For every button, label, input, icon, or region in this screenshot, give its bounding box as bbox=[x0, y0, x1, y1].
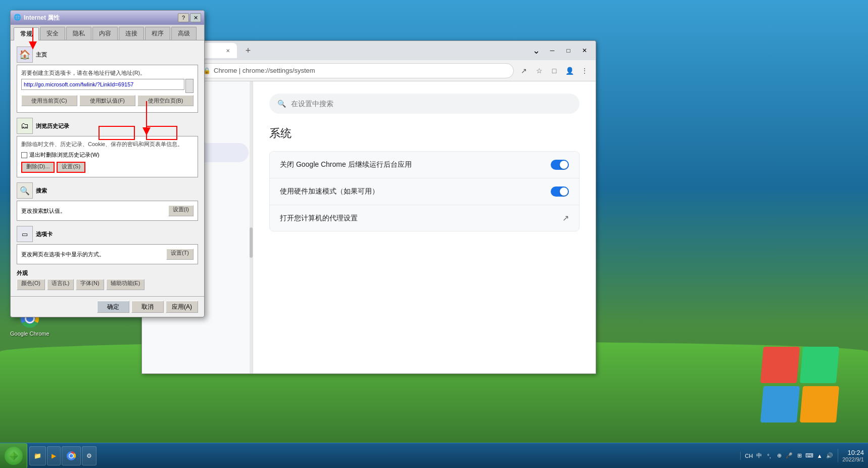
ie-history-checkbox[interactable] bbox=[21, 152, 27, 158]
ie-homepage-section: 若要创建主页选项卡，请在各地址行键入地址(R)。 使用当前页(C) 使用默认值(… bbox=[17, 65, 198, 113]
chrome-new-tab-button[interactable]: + bbox=[241, 43, 255, 58]
proxy-label: 打开您计算机的代理设置 bbox=[280, 214, 358, 223]
ie-use-current-btn[interactable]: 使用当前页(C) bbox=[21, 95, 77, 106]
taskbar-item-explorer[interactable]: 📁 bbox=[29, 446, 46, 465]
ie-use-default-btn[interactable]: 使用默认值(F) bbox=[79, 95, 135, 106]
chrome-minimize-button[interactable]: ─ bbox=[545, 45, 559, 56]
chrome-taskbar-icon bbox=[66, 451, 76, 461]
ie-delete-btn[interactable]: 删除(D)... bbox=[21, 162, 55, 173]
system-tray: CH 中 °, ⊕ 🎤 ⊞ ⌨ ▲ 🔊 bbox=[740, 452, 838, 460]
ie-homepage-buttons: 使用当前页(C) 使用默认值(F) 使用空白页(B) bbox=[21, 95, 194, 106]
ie-tab-privacy[interactable]: 隐私 bbox=[66, 27, 91, 40]
chrome-window-controls: ⌄ ─ □ ✕ bbox=[529, 45, 592, 56]
ie-tab-general[interactable]: 常规 bbox=[14, 27, 39, 40]
ie-search-settings-btn[interactable]: 设置(I) bbox=[168, 205, 194, 216]
ie-tabs: 常规 安全 隐私 内容 连接 程序 高级 bbox=[11, 25, 204, 40]
tray-keyboard-icon[interactable]: ⌨ bbox=[805, 452, 813, 460]
chrome-tab-close[interactable]: ✕ bbox=[224, 46, 232, 55]
ie-use-blank-btn[interactable]: 使用空白页(B) bbox=[137, 95, 194, 106]
background-run-toggle[interactable] bbox=[551, 160, 569, 170]
taskbar-item-controlpanel[interactable]: ⚙ bbox=[82, 446, 97, 465]
tray-zh-icon[interactable]: 中 bbox=[755, 452, 763, 460]
ie-tabs-icon-box: ▭ bbox=[17, 226, 33, 242]
taskbar: 📁 ▶ ⚙ CH 中 °, bbox=[0, 443, 868, 468]
ie-titlebar: 🌐 Internet 属性 ? ✕ bbox=[11, 11, 204, 25]
ie-dialog: 🌐 Internet 属性 ? ✕ 常规 安全 隐私 内容 连接 程序 高级 🏠… bbox=[10, 10, 205, 317]
taskbar-item-chrome[interactable] bbox=[62, 446, 81, 465]
ie-appearance-label: 外观 bbox=[17, 269, 198, 277]
ie-tab-connection[interactable]: 连接 bbox=[119, 27, 144, 40]
chrome-close-button[interactable]: ✕ bbox=[577, 45, 592, 56]
ie-apply-button[interactable]: 应用(A) bbox=[166, 301, 198, 313]
ie-window-buttons: ? ✕ bbox=[178, 13, 201, 22]
settings-search-bar[interactable]: 🔍 bbox=[269, 93, 580, 114]
ie-tab-content[interactable]: 内容 bbox=[92, 27, 118, 40]
ie-close-button[interactable]: ✕ bbox=[190, 13, 201, 22]
address-url: Chrome | chrome://settings/system bbox=[214, 67, 508, 74]
sidebar-scrollbar[interactable] bbox=[250, 81, 253, 373]
ie-history-settings-btn[interactable]: 设置(S) bbox=[57, 162, 85, 173]
desktop: Google Chrome ⚙ 设置 ✕ + ⌄ ─ □ ✕ ← → ↻ bbox=[0, 0, 868, 468]
settings-main: 🔍 系统 关闭 Google Chrome 后继续运行后台应用 bbox=[253, 81, 596, 373]
bookmark-button[interactable]: ☆ bbox=[532, 64, 546, 78]
ie-language-btn[interactable]: 语言(L) bbox=[47, 279, 74, 290]
ie-history-icon: 🗂 bbox=[17, 118, 33, 134]
chrome-titlebar: ⚙ 设置 ✕ + ⌄ ─ □ ✕ bbox=[142, 41, 596, 60]
clock[interactable]: 10:24 2022/9/1 bbox=[838, 449, 868, 462]
ie-accessibility-btn[interactable]: 辅助功能(E) bbox=[106, 279, 145, 290]
tray-mic-icon[interactable]: 🎤 bbox=[785, 452, 793, 460]
explorer-icon: 📁 bbox=[34, 452, 41, 459]
settings-section-title: 系统 bbox=[269, 126, 580, 141]
tray-grid-icon[interactable]: ⊞ bbox=[795, 452, 803, 460]
ie-tabs-section-label: 选项卡 bbox=[36, 230, 53, 238]
start-button[interactable] bbox=[0, 443, 27, 469]
ie-history-section-label: 浏览历史记录 bbox=[36, 122, 69, 130]
ie-colors-btn[interactable]: 颜色(O) bbox=[17, 279, 45, 290]
ie-homepage-section-label: 主页 bbox=[36, 51, 47, 59]
ie-help-button[interactable]: ? bbox=[178, 13, 189, 22]
ie-ok-button[interactable]: 确定 bbox=[97, 301, 129, 313]
ie-tab-security[interactable]: 安全 bbox=[40, 27, 65, 40]
ie-tab-advanced[interactable]: 高级 bbox=[171, 27, 197, 40]
ie-body: 🏠 主页 若要创建主页选项卡，请在各地址行键入地址(R)。 使用当前页(C) 使… bbox=[11, 40, 204, 296]
hardware-accel-label: 使用硬件加速模式（如果可用） bbox=[280, 187, 379, 196]
chrome-maximize-button[interactable]: □ bbox=[561, 45, 575, 56]
taskbar-item-mediaplayer[interactable]: ▶ bbox=[47, 446, 61, 465]
clock-date: 2022/9/1 bbox=[842, 456, 864, 462]
ie-history-section: 删除临时文件、历史记录、Cookie、保存的密码和网页表单信息。 退出时删除浏览… bbox=[17, 136, 198, 177]
tab-search-button[interactable]: □ bbox=[547, 64, 561, 78]
mediaplayer-icon: ▶ bbox=[52, 452, 56, 459]
ie-appearance-section: 外观 颜色(O) 语言(L) 字体(N) 辅助功能(E) bbox=[17, 269, 198, 290]
ie-title-icon: 🌐 bbox=[14, 14, 22, 22]
tray-volume-icon[interactable]: 🔊 bbox=[826, 452, 834, 460]
ie-cancel-button[interactable]: 取消 bbox=[131, 301, 164, 313]
start-orb bbox=[5, 447, 23, 465]
chrome-collapse-dropdown[interactable]: ⌄ bbox=[529, 45, 543, 56]
settings-row-proxy: 打开您计算机的代理设置 ↗ bbox=[270, 205, 579, 231]
ie-fonts-btn[interactable]: 字体(N) bbox=[76, 279, 104, 290]
background-run-thumb bbox=[560, 161, 568, 169]
settings-row-background-run: 关闭 Google Chrome 后继续运行后台应用 bbox=[270, 152, 579, 178]
ie-search-label: 搜索 bbox=[36, 187, 47, 195]
tray-ch-icon[interactable]: CH bbox=[745, 452, 753, 460]
settings-search-input[interactable] bbox=[291, 100, 571, 108]
profile-button[interactable]: 👤 bbox=[562, 64, 576, 78]
ie-tabs-settings-btn[interactable]: 设置(T) bbox=[166, 249, 194, 260]
address-bar[interactable]: 🔒 Chrome | chrome://settings/system bbox=[198, 63, 514, 78]
settings-card: 关闭 Google Chrome 后继续运行后台应用 使用硬件加速模式（如果可用… bbox=[269, 151, 580, 231]
ie-url-input[interactable] bbox=[21, 79, 184, 90]
hardware-accel-toggle[interactable] bbox=[551, 186, 569, 197]
tray-expand-icon[interactable]: ▲ bbox=[815, 452, 824, 460]
more-menu-button[interactable]: ⋮ bbox=[577, 64, 592, 78]
proxy-external-link-icon[interactable]: ↗ bbox=[562, 213, 569, 223]
ie-history-buttons: 删除(D)... 设置(S) bbox=[21, 162, 194, 173]
ie-history-desc: 删除临时文件、历史记录、Cookie、保存的密码和网页表单信息。 bbox=[21, 141, 194, 148]
ie-appearance-buttons: 颜色(O) 语言(L) 字体(N) 辅助功能(E) bbox=[17, 279, 198, 290]
ie-url-scrollbar[interactable] bbox=[185, 79, 194, 93]
chrome-desktop-label: Google Chrome bbox=[10, 331, 50, 337]
ie-checkbox-label: 退出时删除浏览历史记录(W) bbox=[29, 151, 100, 159]
ie-tab-programs[interactable]: 程序 bbox=[145, 27, 170, 40]
ie-search-icon-box: 🔍 bbox=[17, 182, 33, 199]
share-button[interactable]: ↗ bbox=[517, 64, 531, 78]
tray-plus-icon[interactable]: ⊕ bbox=[775, 452, 783, 460]
